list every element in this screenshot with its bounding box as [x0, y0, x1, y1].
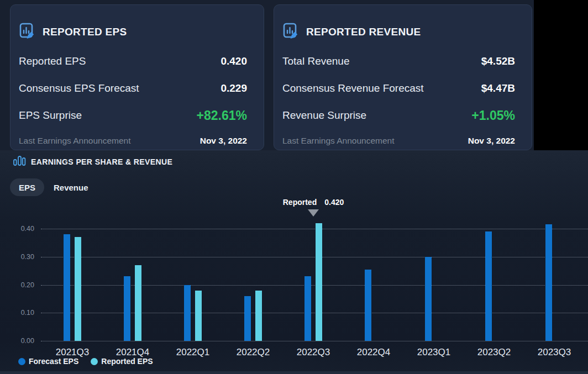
forecast-bar: [184, 285, 191, 341]
announcement-date: Nov 3, 2022: [200, 136, 247, 146]
legend-label: Reported EPS: [101, 357, 153, 366]
forecast-bar: [425, 257, 432, 341]
card-header: REPORTED EPS: [19, 22, 127, 42]
stat-label: Last Earnings Announcement: [282, 136, 395, 146]
chart-title: EARNINGS PER SHARE & REVENUE: [31, 157, 172, 166]
y-axis-label: 0.20: [9, 281, 34, 289]
stat-row: Total Revenue $4.52B: [282, 54, 515, 69]
earnings-chart-panel: EARNINGS PER SHARE & REVENUE EPS Revenue…: [0, 150, 588, 374]
reported-bar: [316, 223, 322, 341]
forecast-bar: [124, 276, 130, 341]
legend-forecast-eps: Forecast EPS: [18, 357, 78, 366]
reported-bar: [195, 291, 202, 341]
stat-label: Consensus Revenue Forecast: [282, 82, 424, 94]
x-axis-label: 2023Q3: [529, 347, 579, 358]
announcement-date: Nov 3, 2022: [468, 136, 515, 146]
card-title: REPORTED REVENUE: [306, 26, 421, 38]
x-axis-label: 2023Q2: [469, 347, 519, 358]
gridline: [41, 341, 588, 341]
reported-annotation: Reported 0.420: [283, 198, 344, 207]
y-axis-label: 0.10: [9, 308, 34, 317]
y-axis-label: 0.40: [9, 224, 34, 233]
stat-row: Reported EPS 0.420: [19, 54, 247, 69]
bar-chart-icon: [13, 156, 26, 168]
forecast-bar: [485, 231, 492, 341]
forecast-bar: [64, 234, 70, 341]
reported-bar: [75, 237, 81, 341]
stat-row-surprise: Revenue Surprise +1.05%: [282, 107, 515, 124]
x-axis-label: 2022Q4: [349, 347, 398, 358]
card-title: REPORTED EPS: [43, 26, 127, 38]
forecast-dot-icon: [18, 358, 25, 365]
forecast-bar: [545, 224, 552, 341]
stat-value: 0.420: [221, 55, 247, 67]
earnings-page: REPORTED EPS Reported EPS 0.420 Consensu…: [0, 0, 588, 374]
stat-value: 0.229: [221, 82, 247, 94]
tab-eps[interactable]: EPS: [10, 178, 44, 196]
chart-tabs: EPS Revenue: [10, 178, 88, 196]
x-axis-label: 2022Q3: [288, 347, 338, 358]
panel-bottom-divider: [0, 371, 588, 374]
reported-dot-icon: [91, 358, 98, 365]
legend-label: Forecast EPS: [29, 357, 78, 366]
legend-reported-eps: Reported EPS: [91, 357, 153, 366]
gridline: [41, 229, 588, 229]
reported-bar: [255, 291, 262, 341]
gridline: [41, 285, 588, 286]
stat-label: Last Earnings Announcement: [19, 136, 131, 146]
reported-revenue-card: REPORTED REVENUE Total Revenue $4.52B Co…: [274, 4, 532, 150]
stat-value: $4.52B: [481, 55, 515, 67]
gridline: [41, 257, 588, 257]
stat-label: EPS Surprise: [19, 109, 82, 122]
x-axis-label: 2021Q4: [108, 347, 158, 358]
report-edit-icon: [282, 22, 299, 42]
forecast-bar: [365, 270, 371, 341]
forecast-bar: [244, 296, 251, 341]
stat-label: Consensus EPS Forecast: [19, 82, 139, 94]
gridline: [41, 313, 588, 313]
summary-section: REPORTED EPS Reported EPS 0.420 Consensu…: [0, 0, 534, 150]
x-axis-label: 2023Q1: [409, 347, 459, 358]
stat-row: Consensus EPS Forecast 0.229: [19, 81, 247, 96]
stat-value: $4.47B: [481, 82, 515, 94]
x-axis-label: 2021Q3: [48, 347, 97, 358]
chart-legend: Forecast EPS Reported EPS: [18, 357, 153, 366]
x-axis-label: 2022Q2: [228, 347, 278, 358]
forecast-bar: [305, 276, 311, 341]
annotation-label: Reported: [283, 198, 317, 207]
tab-revenue[interactable]: Revenue: [54, 183, 88, 192]
surprise-value: +1.05%: [471, 108, 515, 123]
y-axis-label: 0.30: [9, 252, 34, 261]
report-edit-icon: [19, 22, 35, 42]
stat-label: Total Revenue: [282, 55, 349, 67]
surprise-value: +82.61%: [197, 108, 247, 123]
stat-label: Reported EPS: [19, 55, 86, 67]
x-axis-label: 2022Q1: [168, 347, 218, 358]
stat-row-surprise: EPS Surprise +82.61%: [19, 107, 247, 124]
chart-panel-header: EARNINGS PER SHARE & REVENUE: [13, 156, 172, 168]
annotation-arrow-icon: [308, 209, 319, 217]
reported-bar: [135, 265, 141, 341]
stat-label: Revenue Surprise: [282, 109, 366, 122]
stat-row-announcement: Last Earnings Announcement Nov 3, 2022: [19, 133, 247, 149]
stat-row-announcement: Last Earnings Announcement Nov 3, 2022: [282, 133, 515, 149]
card-header: REPORTED REVENUE: [282, 22, 421, 42]
stat-row: Consensus Revenue Forecast $4.47B: [282, 81, 515, 96]
reported-eps-card: REPORTED EPS Reported EPS 0.420 Consensu…: [10, 4, 264, 150]
annotation-value: 0.420: [324, 198, 344, 207]
y-axis-label: 0.00: [9, 336, 34, 345]
